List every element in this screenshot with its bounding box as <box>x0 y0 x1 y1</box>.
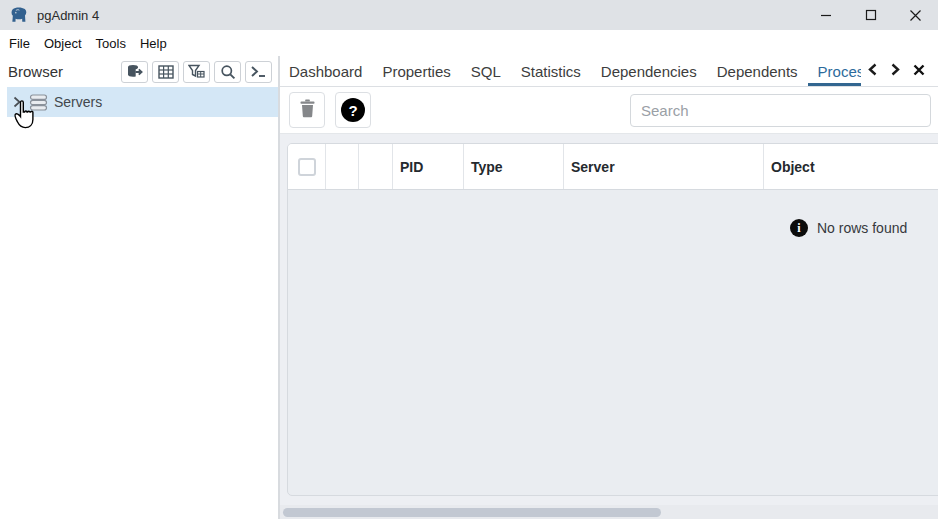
close-button[interactable] <box>893 0 938 30</box>
browser-panel-header: Browser <box>0 56 278 87</box>
processes-toolbar: ? <box>280 87 938 134</box>
column-header-type[interactable]: Type <box>464 144 564 189</box>
menu-help[interactable]: Help <box>133 36 174 51</box>
select-all-checkbox[interactable] <box>298 158 316 176</box>
browser-panel: Browser <box>0 56 280 519</box>
search-input[interactable] <box>630 94 931 127</box>
tab-statistics[interactable]: Statistics <box>511 56 591 86</box>
empty-state: i No rows found <box>790 219 907 237</box>
menu-bar: File Object Tools Help <box>0 30 938 56</box>
search-icon <box>220 64 236 80</box>
delete-process-button[interactable] <box>289 92 325 128</box>
tabs-scroll-right-button[interactable] <box>884 56 907 86</box>
help-icon: ? <box>341 98 365 122</box>
window-controls <box>803 0 938 30</box>
chevron-right-icon <box>890 62 901 80</box>
column-header-server[interactable]: Server <box>564 144 764 189</box>
tab-scroll-controls <box>861 56 930 86</box>
server-group-icon <box>29 94 48 111</box>
menu-file[interactable]: File <box>2 36 37 51</box>
tab-dashboard[interactable]: Dashboard <box>280 56 372 86</box>
psql-tool-button[interactable] <box>245 61 272 83</box>
column-header-pid[interactable]: PID <box>393 144 464 189</box>
processes-table: PID Type Server Object i No rows found <box>287 143 938 496</box>
browser-panel-title: Browser <box>8 63 63 80</box>
column-header-details <box>359 144 393 189</box>
filter-icon <box>188 64 205 79</box>
window-title: pgAdmin 4 <box>37 8 99 23</box>
psql-terminal-icon <box>250 65 267 78</box>
minimize-button[interactable] <box>803 0 848 30</box>
title-bar: pgAdmin 4 <box>0 0 938 30</box>
processes-content: PID Type Server Object i No rows found <box>280 134 938 519</box>
menu-object[interactable]: Object <box>37 36 89 51</box>
query-tool-button[interactable] <box>152 61 179 83</box>
empty-state-message: No rows found <box>817 220 907 236</box>
add-server-icon <box>126 64 143 79</box>
tree-item-servers[interactable]: Servers <box>7 87 278 117</box>
maximize-button[interactable] <box>848 0 893 30</box>
column-header-stop <box>326 144 359 189</box>
query-tool-icon <box>158 65 174 79</box>
horizontal-scrollbar-thumb[interactable] <box>283 508 661 517</box>
detail-panel: Dashboard Properties SQL Statistics Depe… <box>280 56 938 519</box>
column-header-object[interactable]: Object <box>764 144 938 189</box>
menu-tools[interactable]: Tools <box>89 36 133 51</box>
tab-bar: Dashboard Properties SQL Statistics Depe… <box>280 56 938 87</box>
tab-processes[interactable]: Processes <box>808 56 861 86</box>
tab-properties[interactable]: Properties <box>372 56 460 86</box>
help-button[interactable]: ? <box>335 92 371 128</box>
chevron-left-icon <box>867 62 878 80</box>
chevron-right-icon[interactable] <box>7 96 27 108</box>
tabs-scroll-left-button[interactable] <box>861 56 884 86</box>
tab-sql[interactable]: SQL <box>461 56 511 86</box>
pgadmin-logo-icon <box>9 5 29 25</box>
select-all-cell <box>288 144 326 189</box>
add-server-button[interactable] <box>121 61 148 83</box>
pgadmin-window: pgAdmin 4 File Object Tools Help Browser <box>0 0 938 519</box>
tree-item-label: Servers <box>54 94 102 110</box>
search-objects-button[interactable] <box>214 61 241 83</box>
browser-toolbar <box>121 61 272 83</box>
tab-dependents[interactable]: Dependents <box>707 56 808 86</box>
close-icon <box>913 62 925 80</box>
info-icon: i <box>790 219 808 237</box>
tab-dependencies[interactable]: Dependencies <box>591 56 707 86</box>
panel-close-button[interactable] <box>907 56 930 86</box>
table-header-row: PID Type Server Object <box>288 144 938 190</box>
filter-button[interactable] <box>183 61 210 83</box>
horizontal-scrollbar-track[interactable] <box>280 505 938 519</box>
trash-icon <box>299 99 316 122</box>
